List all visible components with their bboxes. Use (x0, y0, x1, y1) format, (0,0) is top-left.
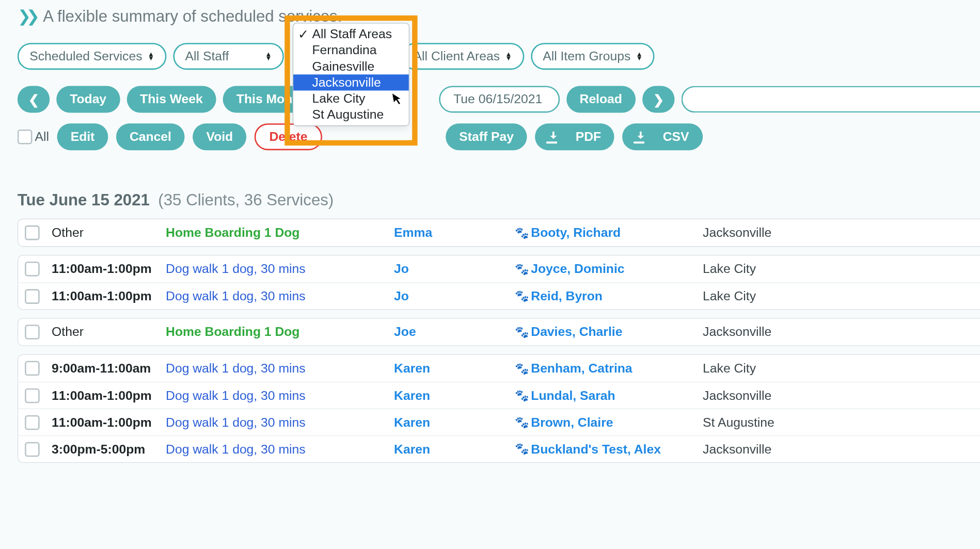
row-client-link[interactable]: Lundal, Sarah (531, 388, 615, 403)
select-all[interactable]: All (18, 130, 49, 144)
row-staff-link[interactable]: Karen (394, 361, 430, 375)
row-checkbox[interactable] (25, 415, 40, 430)
select-all-checkbox[interactable] (18, 130, 33, 144)
row-checkbox[interactable] (25, 389, 40, 403)
dropdown-item[interactable]: Jacksonville (293, 74, 409, 90)
row-staff-link[interactable]: Joe (394, 325, 416, 338)
filter-item-groups-label: All Item Groups (543, 49, 630, 64)
chevrons-icon: ❯❯ (18, 7, 35, 25)
row-service-link[interactable]: Home Boarding 1 Dog (166, 325, 299, 338)
filter-item-groups[interactable]: All Item Groups (531, 43, 655, 70)
row-time: 11:00am-1:00pm (52, 289, 166, 304)
row-client-link[interactable]: Joyce, Dominic (531, 262, 624, 277)
row-staff-link[interactable]: Karen (394, 442, 430, 456)
filter-client-areas-label: All Client Areas (414, 49, 500, 64)
staff-pay-button[interactable]: Staff Pay (446, 123, 527, 150)
paw-icon: 🐾 (515, 415, 527, 429)
page-title-row: ❯❯ A flexible summary of scheduled servi… (18, 7, 980, 25)
table-row: 11:00am-1:00pmDog walk 1 dog, 30 minsJo🐾… (18, 282, 980, 309)
date-from-value: Tue 06/15/2021 (453, 92, 542, 107)
filter-row: Scheduled Services All Staff All Client … (18, 43, 980, 70)
paw-icon: 🐾 (515, 289, 527, 303)
row-service-link[interactable]: Dog walk 1 dog, 30 mins (166, 289, 305, 303)
row-staff-link[interactable]: Karen (394, 388, 430, 402)
table-row: 3:00pm-5:00pmDog walk 1 dog, 30 minsKare… (18, 435, 980, 462)
row-area: Jacksonville (703, 325, 980, 340)
row-checkbox[interactable] (25, 289, 40, 304)
row-service-link[interactable]: Dog walk 1 dog, 30 mins (166, 262, 305, 276)
staff-pay-button-label: Staff Pay (459, 130, 514, 144)
service-group: 9:00am-11:00amDog walk 1 dog, 30 minsKar… (18, 354, 980, 463)
row-service-link[interactable]: Dog walk 1 dog, 30 mins (166, 361, 305, 375)
row-client-link[interactable]: Brown, Claire (531, 415, 613, 430)
row-client-link[interactable]: Davies, Charlie (531, 325, 622, 340)
filter-client-areas[interactable]: All Client Areas (401, 43, 524, 70)
row-area: St Augustine (703, 415, 980, 430)
row-client-link[interactable]: Reid, Byron (531, 289, 603, 304)
row-service-link[interactable]: Dog walk 1 dog, 30 mins (166, 442, 305, 456)
row-checkbox[interactable] (25, 361, 40, 376)
sort-icon (505, 52, 512, 60)
void-button[interactable]: Void (193, 123, 247, 150)
row-area: Jacksonville (703, 442, 980, 457)
row-area: Lake City (703, 289, 980, 304)
row-checkbox[interactable] (25, 225, 40, 240)
row-time: Other (52, 325, 166, 340)
date-heading-summary: (35 Clients, 36 Services) (158, 190, 334, 208)
row-staff-link[interactable]: Emma (394, 225, 432, 239)
download-icon (636, 130, 659, 144)
staff-area-dropdown[interactable]: All Staff AreasFernandinaGainesvilleJack… (293, 23, 409, 126)
row-service-link[interactable]: Dog walk 1 dog, 30 mins (166, 415, 305, 429)
reload-button[interactable]: Reload (566, 86, 636, 112)
dropdown-item[interactable]: All Staff Areas (293, 26, 409, 42)
dropdown-item[interactable]: St Augustine (293, 107, 409, 123)
dropdown-item[interactable]: Fernandina (293, 42, 409, 58)
filter-staff-label: All Staff (185, 49, 229, 64)
service-group: OtherHome Boarding 1 DogJoe🐾Davies, Char… (18, 318, 980, 346)
pdf-button-label: PDF (576, 130, 601, 144)
service-table: OtherHome Boarding 1 DogEmma🐾Booty, Rich… (18, 219, 980, 463)
service-group: OtherHome Boarding 1 DogEmma🐾Booty, Rich… (18, 219, 980, 247)
row-checkbox[interactable] (25, 442, 40, 457)
row-area: Lake City (703, 361, 980, 376)
table-row: OtherHome Boarding 1 DogEmma🐾Booty, Rich… (18, 219, 980, 246)
row-checkbox[interactable] (25, 325, 40, 340)
today-button[interactable]: Today (56, 86, 120, 112)
row-client-link[interactable]: Booty, Richard (531, 225, 621, 240)
service-group: 11:00am-1:00pmDog walk 1 dog, 30 minsJo🐾… (18, 255, 980, 310)
next-button[interactable]: ❯ (642, 86, 674, 112)
row-client-link[interactable]: Benham, Catrina (531, 361, 632, 376)
date-from-input[interactable]: Tue 06/15/2021 (439, 86, 560, 112)
paw-icon: 🐾 (515, 225, 527, 239)
date-heading: Tue June 15 2021 (35 Clients, 36 Service… (18, 190, 980, 209)
this-week-button-label: This Week (140, 92, 203, 107)
row-time: 9:00am-11:00am (52, 361, 166, 376)
delete-button[interactable]: Delete (255, 123, 322, 150)
table-row: 11:00am-1:00pmDog walk 1 dog, 30 minsKar… (18, 382, 980, 409)
table-row: OtherHome Boarding 1 DogJoe🐾Davies, Char… (18, 319, 980, 346)
search-input[interactable] (681, 86, 980, 112)
row-staff-link[interactable]: Karen (394, 415, 430, 429)
filter-staff[interactable]: All Staff (173, 43, 283, 70)
cancel-button[interactable]: Cancel (116, 123, 185, 150)
paw-icon: 🐾 (515, 389, 527, 402)
paw-icon: 🐾 (515, 361, 527, 375)
row-client-link[interactable]: Buckland's Test, Alex (531, 442, 661, 457)
download-icon (549, 130, 572, 144)
row-service-link[interactable]: Dog walk 1 dog, 30 mins (166, 388, 305, 402)
row-staff-link[interactable]: Jo (394, 262, 409, 276)
filter-scheduled[interactable]: Scheduled Services (18, 43, 166, 70)
csv-button[interactable]: CSV (623, 123, 703, 150)
dropdown-item[interactable]: Gainesville (293, 58, 409, 74)
pdf-button[interactable]: PDF (535, 123, 614, 150)
paw-icon: 🐾 (515, 325, 527, 339)
reload-button-label: Reload (580, 92, 622, 107)
row-staff-link[interactable]: Jo (394, 289, 409, 303)
date-nav-row: ❮ Today This Week This Month Tue 06/15/2… (18, 86, 980, 112)
this-week-button[interactable]: This Week (127, 86, 216, 112)
filter-scheduled-label: Scheduled Services (29, 49, 142, 64)
row-service-link[interactable]: Home Boarding 1 Dog (166, 225, 299, 239)
prev-button[interactable]: ❮ (18, 86, 50, 112)
row-checkbox[interactable] (25, 262, 40, 277)
edit-button[interactable]: Edit (57, 123, 108, 150)
